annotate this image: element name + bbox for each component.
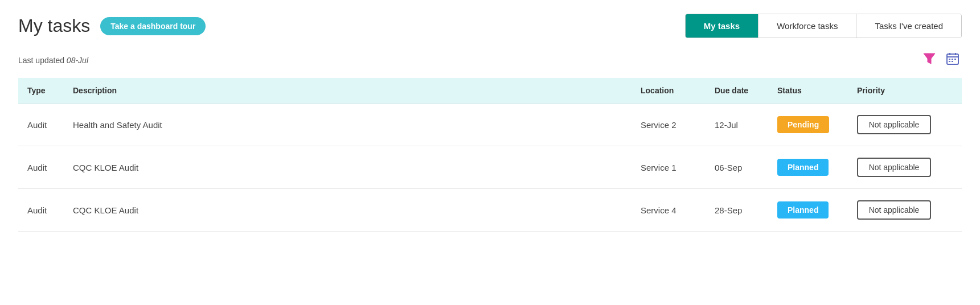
cell-due-date: 12-Jul	[706, 104, 768, 146]
col-header-priority: Priority	[848, 78, 962, 104]
col-header-description: Description	[64, 78, 632, 104]
calendar-button[interactable]	[944, 50, 962, 71]
cell-priority: Not applicable	[848, 104, 962, 146]
last-updated-date: 08-Jul	[67, 56, 88, 65]
cell-description: CQC KLOE Audit	[64, 189, 632, 232]
toolbar-icons	[921, 50, 962, 71]
cell-priority: Not applicable	[848, 189, 962, 232]
cell-type: Audit	[18, 189, 64, 232]
svg-rect-7	[954, 59, 956, 60]
col-header-status: Status	[768, 78, 848, 104]
status-badge: Planned	[777, 159, 829, 176]
status-badge: Planned	[777, 201, 829, 219]
cell-description: CQC KLOE Audit	[64, 146, 632, 189]
priority-badge: Not applicable	[857, 200, 931, 220]
priority-badge: Not applicable	[857, 158, 931, 177]
col-header-due-date: Due date	[706, 78, 768, 104]
cell-location: Service 4	[632, 189, 706, 232]
cell-status: Pending	[768, 104, 848, 146]
cell-status: Planned	[768, 189, 848, 232]
header-row: My tasks Take a dashboard tour My tasks …	[18, 14, 962, 38]
meta-row: Last updated 08-Jul	[18, 50, 962, 71]
table-row[interactable]: AuditHealth and Safety AuditService 212-…	[18, 104, 962, 146]
tab-workforce-tasks[interactable]: Workforce tasks	[758, 14, 856, 38]
cell-status: Planned	[768, 146, 848, 189]
table-row[interactable]: AuditCQC KLOE AuditService 428-SepPlanne…	[18, 189, 962, 232]
status-badge: Pending	[777, 116, 829, 133]
cell-due-date: 06-Sep	[706, 146, 768, 189]
svg-rect-8	[949, 61, 950, 62]
priority-badge: Not applicable	[857, 115, 931, 134]
table-row[interactable]: AuditCQC KLOE AuditService 106-SepPlanne…	[18, 146, 962, 189]
page-wrapper: My tasks Take a dashboard tour My tasks …	[0, 0, 980, 245]
svg-rect-5	[949, 59, 950, 60]
svg-rect-9	[952, 61, 953, 62]
last-updated-text: Last updated 08-Jul	[18, 56, 88, 65]
cell-location: Service 1	[632, 146, 706, 189]
svg-marker-0	[924, 53, 935, 64]
tab-my-tasks[interactable]: My tasks	[686, 14, 758, 38]
cell-priority: Not applicable	[848, 146, 962, 189]
svg-rect-6	[952, 59, 953, 60]
tab-tasks-ive-created[interactable]: Tasks I've created	[856, 14, 961, 38]
take-dashboard-tour-button[interactable]: Take a dashboard tour	[100, 17, 206, 35]
cell-due-date: 28-Sep	[706, 189, 768, 232]
cell-location: Service 2	[632, 104, 706, 146]
cell-description: Health and Safety Audit	[64, 104, 632, 146]
table-header-row: Type Description Location Due date Statu…	[18, 78, 962, 104]
page-title: My tasks	[18, 15, 90, 36]
cell-type: Audit	[18, 104, 64, 146]
header-left: My tasks Take a dashboard tour	[18, 15, 206, 36]
cell-type: Audit	[18, 146, 64, 189]
col-header-location: Location	[632, 78, 706, 104]
tabs-container: My tasks Workforce tasks Tasks I've crea…	[685, 14, 962, 38]
col-header-type: Type	[18, 78, 64, 104]
tasks-table: Type Description Location Due date Statu…	[18, 78, 962, 232]
filter-button[interactable]	[921, 50, 938, 71]
